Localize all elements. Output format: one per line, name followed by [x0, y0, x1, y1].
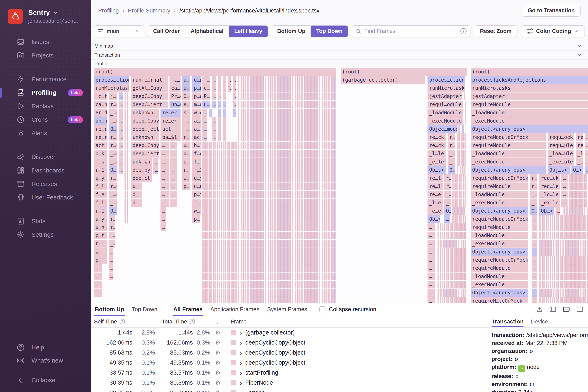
flame-frame[interactable]: …: [109, 272, 113, 280]
flame-frame[interactable]: deepC…Copy: [131, 92, 168, 100]
flame-frames-dense[interactable]: [124, 134, 129, 141]
flame-frame[interactable]: ca…Fn: [170, 84, 181, 92]
flame-frame[interactable]: runMicrotasks: [427, 84, 465, 92]
flame-frame[interactable]: O…>: [109, 125, 117, 133]
flame-frame[interactable]: P…: [202, 92, 210, 100]
flame-frames-dense[interactable]: [202, 281, 237, 288]
flame-frame[interactable]: …: [161, 150, 168, 158]
flame-frame[interactable]: re…k: [576, 134, 584, 141]
flame-frame[interactable]: r…k: [109, 134, 117, 141]
flame-frames-dense[interactable]: [438, 240, 466, 248]
flame-frames-dense[interactable]: [539, 281, 588, 288]
flame-frame[interactable]: …: [427, 289, 435, 297]
flame-frame[interactable]: p…n: [192, 84, 201, 92]
flame-frame[interactable]: Ob…>: [539, 207, 554, 215]
flame-frame[interactable]: …: [223, 84, 226, 92]
flame-frame[interactable]: j…r: [109, 92, 117, 100]
flame-frame[interactable]: …: [212, 117, 216, 125]
flame-frame[interactable]: (root): [94, 68, 336, 76]
flame-frame[interactable]: …: [202, 134, 207, 141]
flame-frame[interactable]: r…: [530, 182, 538, 190]
flame-frame[interactable]: f…s: [94, 158, 107, 166]
flame-frame[interactable]: …: [532, 272, 537, 280]
flame-frames-dense[interactable]: [238, 224, 336, 231]
flame-frame[interactable]: act: [161, 125, 180, 133]
chevron-right-icon[interactable]: ›: [240, 380, 242, 386]
flame-frames-dense[interactable]: [202, 166, 237, 174]
gear-icon[interactable]: ⚙: [215, 348, 221, 358]
flame-frame[interactable]: …: [109, 248, 113, 256]
flame-frames-dense[interactable]: [124, 182, 129, 190]
flame-frames-dense[interactable]: [202, 297, 237, 303]
flame-frame[interactable]: …: [94, 289, 102, 297]
export-download-icon[interactable]: [536, 306, 543, 313]
flame-frames-dense[interactable]: [202, 182, 237, 190]
flame-frame[interactable]: r…: [448, 142, 455, 149]
flame-frames-dense[interactable]: [238, 134, 336, 141]
flame-frame[interactable]: u…n: [182, 76, 190, 84]
sidebar-item-issues[interactable]: Issues: [0, 35, 91, 49]
flame-frame[interactable]: …: [427, 232, 435, 239]
flame-frame[interactable]: …: [532, 232, 537, 239]
flame-frame[interactable]: p…e: [192, 92, 201, 100]
flame-frames-dense[interactable]: [202, 150, 237, 158]
sidebar-item-discover[interactable]: Discover: [0, 150, 91, 164]
flame-frames-dense[interactable]: [539, 272, 588, 280]
flame-frame[interactable]: _execModule: [471, 117, 588, 125]
flame-frame[interactable]: O…e: [182, 92, 190, 100]
flame-frames-dense[interactable]: [238, 76, 336, 84]
flame-frame[interactable]: deep…ject: [131, 150, 159, 158]
flame-frame[interactable]: f…e: [94, 191, 107, 198]
flame-frame[interactable]: d…: [131, 199, 142, 207]
flame-frame[interactable]: Object.<anonymous>: [471, 289, 528, 297]
flame-frame[interactable]: …: [170, 158, 177, 166]
flame-frame[interactable]: …: [427, 297, 435, 303]
flame-frame[interactable]: p…t: [192, 191, 201, 198]
flame-frame[interactable]: …: [119, 150, 123, 158]
tab-top-down[interactable]: Top Down: [131, 303, 158, 316]
flame-frames-dense[interactable]: [452, 207, 466, 215]
flame-frame[interactable]: …: [218, 101, 221, 108]
flame-frame[interactable]: …: [562, 182, 567, 190]
flame-frame[interactable]: ba…$1: [161, 134, 180, 141]
flame-frame[interactable]: _c…t: [94, 92, 107, 100]
flame-frames-dense[interactable]: [202, 207, 237, 215]
flame-frame[interactable]: unknown: [131, 109, 159, 116]
flame-frames-dense[interactable]: [202, 215, 237, 223]
flame-frame[interactable]: Obj…s>: [548, 166, 570, 174]
flame-frame[interactable]: u…y: [192, 174, 201, 182]
flame-frame[interactable]: _…: [530, 199, 538, 207]
flame-frame[interactable]: _…e: [109, 191, 117, 198]
flame-frames-dense[interactable]: [238, 199, 336, 207]
flame-frames-dense[interactable]: [202, 224, 237, 231]
flame-frames-dense[interactable]: [539, 297, 588, 303]
flame-frame[interactable]: Object.<anonymous>: [471, 207, 528, 215]
flame-frames-dense[interactable]: [238, 240, 336, 248]
flame-frame[interactable]: runTe…rnal: [131, 76, 168, 84]
flame-frame[interactable]: …: [170, 191, 177, 198]
flame-frames-dense[interactable]: [457, 150, 466, 158]
flame-frame[interactable]: …: [223, 76, 226, 84]
flame-frame[interactable]: requireModuleOrMock: [471, 134, 546, 141]
flame-frames-dense[interactable]: [438, 297, 466, 303]
flame-frame[interactable]: Ob…>: [427, 215, 440, 223]
flame-frame[interactable]: …: [427, 224, 435, 231]
flame-frame[interactable]: …: [223, 134, 226, 141]
flame-frame[interactable]: …: [218, 76, 221, 84]
sidebar-item-collapse[interactable]: Collapse: [0, 374, 91, 387]
flame-frame[interactable]: r…e: [109, 182, 117, 190]
flame-frame[interactable]: requireModule: [471, 264, 528, 272]
sort-option-alphabetical[interactable]: Alphabetical: [185, 26, 229, 37]
flame-frames-dense[interactable]: [202, 158, 237, 166]
flame-frame[interactable]: …: [233, 84, 236, 92]
flame-frame[interactable]: _…e: [109, 109, 117, 116]
flame-frame[interactable]: _ex…le: [539, 199, 560, 207]
flame-frame[interactable]: r…k: [109, 174, 117, 182]
flame-frame[interactable]: _loadModule: [471, 109, 588, 116]
flame-frame[interactable]: _execModule: [471, 281, 528, 288]
flame-frame[interactable]: …: [202, 109, 207, 116]
flame-frame[interactable]: _…e: [109, 150, 117, 158]
flame-frame[interactable]: f…e: [192, 150, 201, 158]
flame-frame[interactable]: req…ck: [539, 174, 560, 182]
flame-frame[interactable]: requireModule: [471, 224, 528, 231]
